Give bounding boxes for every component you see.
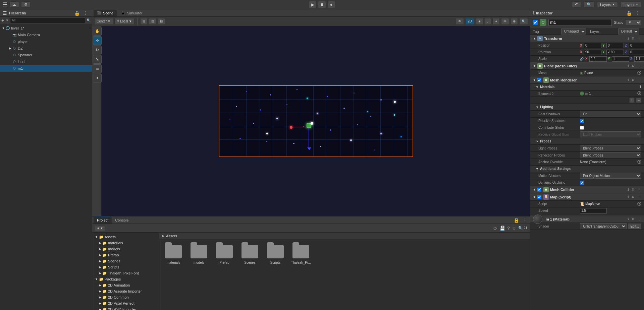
- selected-obj[interactable]: [307, 123, 311, 128]
- scale-tool[interactable]: ⤡: [93, 55, 102, 64]
- anchor-select-btn[interactable]: [637, 160, 641, 165]
- ms-settings-btn[interactable]: ⚙: [631, 195, 635, 199]
- star-icon[interactable]: ☆: [512, 226, 516, 231]
- motion-vectors-select[interactable]: Per Object Motion: [580, 173, 641, 179]
- tree-item-level1[interactable]: ▼ level_1* ⋮: [0, 25, 92, 32]
- asset-item-models[interactable]: models: [187, 242, 210, 266]
- folder-2d-aseprite[interactable]: ▶ 📁 2D Aseprite Importer: [94, 288, 158, 294]
- receive-global-select[interactable]: Light Probes: [580, 131, 641, 137]
- mr-info-btn[interactable]: ℹ: [627, 78, 630, 82]
- tag-select[interactable]: Untagged: [561, 28, 586, 35]
- rotation-x[interactable]: [584, 50, 601, 55]
- help-icon[interactable]: ?: [507, 226, 510, 231]
- scene-search-btn[interactable]: 🔍: [519, 18, 528, 25]
- tree-item-spawner[interactable]: Spawner: [0, 52, 92, 58]
- component-mesh-collider[interactable]: ▼ ▣ Mesh Collider ℹ ⚙ ⋮: [530, 186, 644, 193]
- hidden-btn[interactable]: 👁: [501, 18, 509, 25]
- play-button[interactable]: ▶: [309, 1, 317, 8]
- shader-select[interactable]: Unlit/Transparent Cutou: [580, 223, 627, 229]
- dynamic-occlusion-check[interactable]: [580, 181, 584, 185]
- hierarchy-lock-btn[interactable]: 🔒: [74, 10, 80, 16]
- obj-name-input[interactable]: [548, 19, 612, 26]
- mat-settings-btn[interactable]: ⚙: [631, 217, 635, 221]
- mr-settings-btn[interactable]: ⚙: [631, 78, 635, 82]
- audio-btn[interactable]: ♪: [485, 18, 491, 25]
- pause-button[interactable]: ⏸: [318, 1, 326, 8]
- cast-shadows-select[interactable]: On: [580, 111, 641, 117]
- mf-settings-btn[interactable]: ⚙: [631, 64, 635, 68]
- mc-settings-btn[interactable]: ⚙: [631, 188, 635, 191]
- layers-dropdown[interactable]: Layers ▼: [597, 2, 618, 8]
- material-remove-btn[interactable]: −: [636, 98, 641, 103]
- persp-btn[interactable]: 👁: [456, 18, 464, 25]
- asset-item-thaleah[interactable]: Thaleah_Pi...: [289, 242, 312, 266]
- menu-icon[interactable]: ☰: [3, 1, 7, 8]
- folder-thaleah[interactable]: ▶ 📁 Thaleah_PixelFont: [94, 270, 158, 276]
- local-dropdown[interactable]: ⟳ Local ▼: [114, 18, 135, 25]
- asset-item-prefab[interactable]: Prefab: [213, 242, 236, 266]
- align-btn[interactable]: ⊟: [158, 18, 165, 25]
- rotate-tool[interactable]: ↻: [93, 46, 102, 54]
- contribute-global-check[interactable]: [580, 126, 584, 130]
- add-asset-btn[interactable]: +▼: [95, 225, 105, 231]
- folder-2d-psd[interactable]: ▶ 📁 2D PSD Importer: [94, 306, 158, 310]
- static-dropdown[interactable]: ▼: [625, 19, 641, 25]
- folder-models[interactable]: ▶ 📁 models: [94, 246, 158, 252]
- hierarchy-menu-btn[interactable]: ⋮: [82, 10, 89, 16]
- position-x[interactable]: [584, 43, 601, 48]
- mc-more-btn[interactable]: ⋮: [637, 188, 641, 191]
- folder-materials[interactable]: ▶ 📁 materials: [94, 240, 158, 246]
- position-y[interactable]: [606, 43, 624, 48]
- component-mesh-renderer[interactable]: ▼ ▣ Mesh Renderer ℹ ⚙ ⋮: [530, 76, 644, 84]
- tab-simulator[interactable]: 📱 Simulator: [117, 10, 146, 16]
- transform-settings-btn[interactable]: ⚙: [631, 37, 635, 40]
- folder-assets[interactable]: ▼ 📁 Assets: [94, 234, 158, 240]
- move-tool[interactable]: ✛: [93, 36, 102, 45]
- search-btn[interactable]: 🔍: [584, 1, 594, 8]
- transform-info-btn[interactable]: ℹ: [627, 37, 630, 40]
- step-button[interactable]: ⏭: [327, 1, 335, 8]
- custom-tool[interactable]: ✦: [93, 74, 102, 82]
- hierarchy-add-btn[interactable]: +: [1, 18, 4, 23]
- transform-more-btn[interactable]: ⋮: [637, 37, 641, 40]
- receive-shadows-check[interactable]: [580, 119, 584, 123]
- mf-info-btn[interactable]: ℹ: [627, 64, 630, 68]
- refresh-icon[interactable]: ⟳: [493, 226, 497, 231]
- tree-item-m1[interactable]: m1: [0, 65, 92, 72]
- cloud-btn[interactable]: ☁: [9, 1, 19, 8]
- mesh-collider-enable[interactable]: [537, 188, 541, 192]
- gizmo-btn[interactable]: ⊕: [511, 18, 518, 25]
- asset-item-scripts[interactable]: Scripts: [264, 242, 287, 266]
- center-dropdown[interactable]: Center ▼: [94, 18, 113, 25]
- shader-edit-btn[interactable]: Edit...: [628, 223, 641, 229]
- save-icon[interactable]: 💾: [499, 226, 505, 231]
- tree-item-hud[interactable]: Hud: [0, 58, 92, 65]
- tree-item-main-camera[interactable]: Main Camera: [0, 32, 92, 38]
- settings-btn[interactable]: ⚙: [21, 1, 31, 8]
- scale-z[interactable]: [634, 56, 644, 62]
- scale-x[interactable]: [589, 56, 607, 62]
- scene-viewport[interactable]: ✋ ✛ ↻ ⤡ ▭ ✦: [92, 26, 530, 216]
- speed-input[interactable]: [580, 208, 607, 213]
- rotation-y[interactable]: [606, 50, 624, 55]
- inspector-menu-btn[interactable]: ⋮: [634, 10, 641, 16]
- effects-btn[interactable]: ✦: [492, 18, 500, 25]
- hierarchy-menu-small[interactable]: ▼: [5, 18, 9, 22]
- asset-item-scenes[interactable]: Scenes: [238, 242, 261, 266]
- folder-2d-pixel[interactable]: ▶ 📁 2D Pixel Perfect: [94, 300, 158, 306]
- mesh-renderer-enable[interactable]: [537, 78, 541, 82]
- tab-project[interactable]: Project: [94, 217, 112, 224]
- tree-item-player[interactable]: player: [0, 38, 92, 45]
- hierarchy-search[interactable]: [10, 18, 85, 23]
- position-z[interactable]: [629, 43, 644, 48]
- light-btn[interactable]: ☀: [476, 18, 483, 25]
- layer-select[interactable]: Default: [618, 28, 639, 35]
- layout-dropdown[interactable]: Layout ▼: [621, 2, 641, 8]
- ms-info-btn[interactable]: ℹ: [627, 195, 630, 199]
- hand-tool[interactable]: ✋: [93, 27, 102, 36]
- mat-info-btn[interactable]: ℹ: [627, 217, 630, 221]
- grid-btn[interactable]: ⊞: [140, 18, 148, 25]
- bottom-lock-btn[interactable]: 🔒: [514, 218, 519, 223]
- component-mesh-filter[interactable]: ▼ ▣ Plane (Mesh Filter) ℹ ⚙ ⋮: [530, 62, 644, 70]
- folder-scenes[interactable]: ▶ 📁 Scenes: [94, 258, 158, 264]
